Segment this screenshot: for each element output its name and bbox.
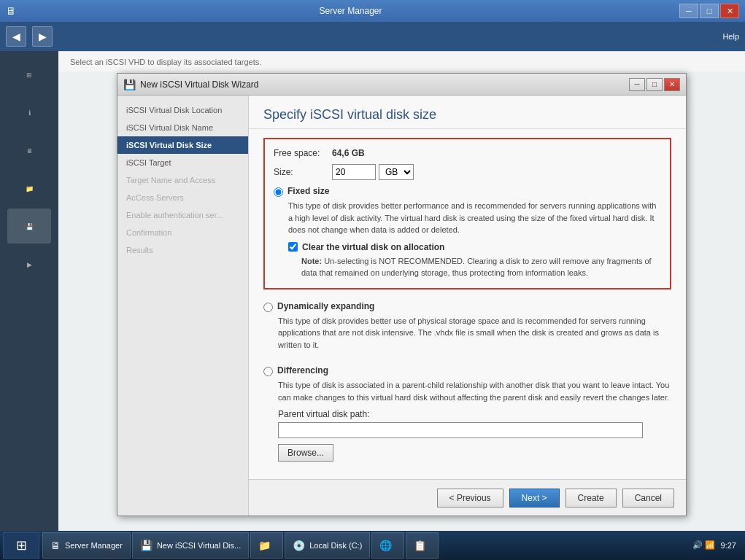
server-manager-title: Server Manager [22, 6, 679, 16]
sm-sidebar: ⊞ ℹ 🖥 📁 💾 ▶ [0, 51, 58, 531]
sm-toolbar-help[interactable]: Help [722, 32, 739, 41]
dialog-minimize-btn[interactable]: ─ [629, 78, 645, 91]
iscsi-wizard-taskbar-label: New iSCSI Virtual Dis... [157, 541, 241, 550]
dynamic-option: Dynamically expanding [263, 301, 671, 312]
file-explorer-icon: 📁 [258, 540, 271, 551]
next-button[interactable]: Next > [509, 489, 560, 508]
free-space-value: 64,6 GB [332, 148, 365, 158]
dialog-icon: 💾 [123, 79, 136, 90]
sm-back-btn[interactable]: ◀ [6, 26, 26, 47]
sm-minimize-btn[interactable]: ─ [679, 4, 698, 18]
sidebar-item-dashboard[interactable]: ⊞ [7, 57, 51, 92]
nav-item-size[interactable]: iSCSI Virtual Disk Size [117, 136, 248, 154]
sidebar-item-iscsi[interactable]: 💾 [7, 209, 51, 244]
taskbar-clock: 9:27 [721, 540, 736, 551]
sidebar-item-arrow[interactable]: ▶ [7, 246, 51, 281]
fixed-size-option: Fixed size [274, 186, 661, 197]
server-manager-window: 🖥 Server Manager ─ □ ✕ ◀ ▶ Help ⊞ ℹ 🖥 📁 [0, 0, 745, 531]
taskbar-app6[interactable]: 📋 [406, 532, 439, 559]
dialog-title-controls: ─ □ ✕ [629, 78, 680, 91]
nav-item-results: Results [117, 241, 248, 259]
taskbar-server-manager[interactable]: 🖥 Server Manager [42, 532, 131, 559]
previous-button[interactable]: < Previous [437, 489, 503, 508]
size-input-group: MB GB TB [332, 164, 414, 180]
taskbar-iscsi-wizard[interactable]: 💾 New iSCSI Virtual Dis... [132, 532, 249, 559]
parent-path-label: Parent virtual disk path: [278, 409, 671, 419]
dialog-restore-btn[interactable]: □ [646, 78, 663, 91]
taskbar-local-disk[interactable]: 💿 Local Disk (C:) [285, 532, 370, 559]
wizard-header: Specify iSCSI virtual disk size [249, 96, 686, 129]
nav-item-confirmation: Confirmation [117, 224, 248, 241]
free-space-row: Free space: 64,6 GB [274, 148, 661, 158]
nav-item-access-servers: AcCess Servers [117, 189, 248, 206]
taskbar-tray: 🔊 📶 9:27 [692, 540, 742, 551]
wizard-body: Specify iSCSI virtual disk size Free spa… [249, 96, 686, 516]
dialog-titlebar: 💾 New iSCSI Virtual Disk Wizard ─ □ ✕ [117, 74, 686, 96]
sidebar-item-volumes[interactable]: 📁 [7, 171, 51, 206]
dynamic-radio[interactable] [263, 303, 273, 312]
start-button[interactable]: ⊞ [3, 532, 39, 559]
server-manager-titlebar: 🖥 Server Manager ─ □ ✕ [0, 0, 745, 22]
parent-path-input[interactable] [278, 422, 643, 438]
chrome-icon: 🌐 [379, 540, 392, 551]
clear-checkbox-row: Clear the virtual disk on allocation [288, 242, 661, 252]
iscsi-wizard-dialog: 💾 New iSCSI Virtual Disk Wizard ─ □ ✕ iS… [117, 73, 687, 516]
size-unit-select[interactable]: MB GB TB [379, 164, 414, 180]
sm-main-content: 💾 New iSCSI Virtual Disk Wizard ─ □ ✕ iS… [58, 51, 745, 531]
dialog-title: New iSCSI Virtual Disk Wizard [140, 79, 629, 90]
note-text: Note: Un-selecting is NOT RECOMMENDED. C… [301, 255, 661, 279]
differencing-radio[interactable] [263, 367, 273, 376]
create-button[interactable]: Create [565, 489, 617, 508]
sm-restore-btn[interactable]: □ [700, 4, 719, 18]
sm-content-area: ⊞ ℹ 🖥 📁 💾 ▶ 💾 [0, 51, 745, 531]
note-label: Note: [301, 257, 324, 265]
wizard-main: Free space: 64,6 GB Size: MB [249, 129, 686, 479]
iscsi-wizard-icon: 💾 [140, 540, 153, 551]
taskbar: ⊞ 🖥 Server Manager 💾 New iSCSI Virtual D… [0, 531, 745, 560]
size-row: Size: MB GB TB [274, 164, 661, 180]
nav-item-auth: Enable authentication ser... [117, 206, 248, 224]
status-bar: Select an iSCSI VHD to display its assoc… [58, 51, 745, 71]
taskbar-file-explorer[interactable]: 📁 [250, 532, 283, 559]
sm-close-btn[interactable]: ✕ [720, 4, 739, 18]
sidebar-item-local[interactable]: ℹ [7, 95, 51, 130]
clock-time: 9:27 [721, 540, 736, 551]
nav-item-name[interactable]: iSCSI Virtual Disk Name [117, 119, 248, 136]
nav-item-location[interactable]: iSCSI Virtual Disk Location [117, 101, 248, 119]
differencing-label[interactable]: Differencing [277, 365, 328, 376]
server-manager-icon: 🖥 [50, 540, 61, 551]
status-text: Select an iSCSI VHD to display its assoc… [70, 58, 261, 66]
dialog-footer: < Previous Next > Create Cancel [249, 479, 686, 516]
sm-toolbar: ◀ ▶ Help [0, 22, 745, 51]
clear-disk-checkbox[interactable] [288, 242, 298, 252]
free-space-label: Free space: [274, 148, 332, 158]
clear-disk-label[interactable]: Clear the virtual disk on allocation [302, 242, 444, 252]
app6-icon: 📋 [414, 540, 426, 551]
fixed-size-radio[interactable] [274, 187, 283, 197]
nav-item-target[interactable]: iSCSI Target [117, 154, 248, 171]
disk-size-section: Free space: 64,6 GB Size: MB [263, 138, 671, 289]
differencing-option: Differencing [263, 365, 671, 376]
sm-forward-btn[interactable]: ▶ [32, 26, 53, 47]
sidebar-item-servers[interactable]: 🖥 [7, 133, 51, 168]
fixed-size-desc: This type of disk provides better perfor… [288, 200, 661, 236]
sm-titlebar-icon: 🖥 [6, 5, 16, 17]
local-disk-taskbar-label: Local Disk (C:) [309, 541, 362, 550]
size-label: Size: [274, 167, 332, 177]
size-input[interactable] [332, 164, 376, 180]
local-disk-icon: 💿 [293, 540, 305, 551]
note-content: Un-selecting is NOT RECOMMENDED. Clearin… [301, 257, 652, 278]
dynamic-label[interactable]: Dynamically expanding [277, 301, 374, 311]
cancel-button[interactable]: Cancel [622, 489, 674, 508]
tray-icons: 🔊 📶 [692, 540, 715, 550]
browse-button[interactable]: Browse... [278, 444, 333, 462]
dialog-content: iSCSI Virtual Disk Location iSCSI Virtua… [117, 96, 686, 516]
server-manager-taskbar-label: Server Manager [65, 541, 123, 550]
sm-title-controls: ─ □ ✕ [679, 4, 739, 18]
wizard-title: Specify iSCSI virtual disk size [263, 107, 671, 122]
dialog-close-btn[interactable]: ✕ [664, 78, 680, 91]
fixed-size-label[interactable]: Fixed size [287, 186, 329, 196]
wizard-nav: iSCSI Virtual Disk Location iSCSI Virtua… [117, 96, 249, 516]
dynamic-desc: This type of disk provides better use of… [278, 315, 671, 351]
taskbar-chrome[interactable]: 🌐 [371, 532, 404, 559]
